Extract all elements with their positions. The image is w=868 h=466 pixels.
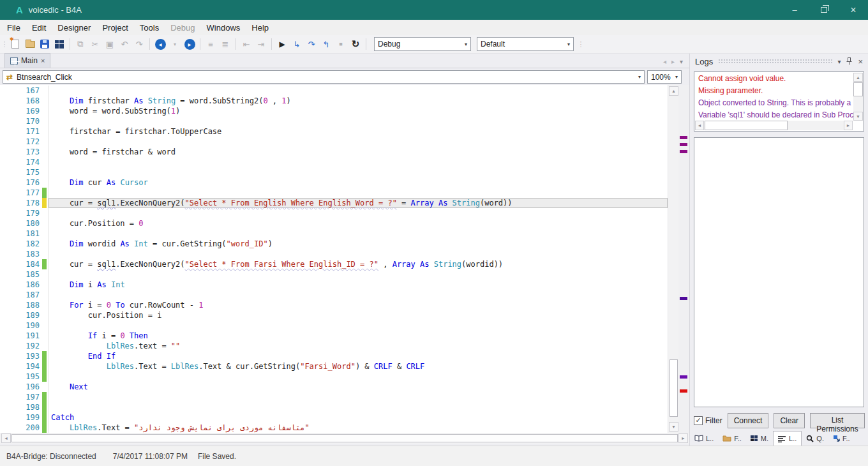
scroll-right-icon[interactable]: ► [678,433,688,443]
clear-button[interactable]: Clear [774,413,805,428]
restore-button[interactable] [809,0,839,20]
tab-close-icon[interactable]: × [41,57,45,64]
scrollbar-thumb[interactable] [11,434,678,442]
code-text[interactable]: cur.Position = 0 [48,218,668,229]
connect-button[interactable]: Connect [728,413,769,428]
bottom-tab-f[interactable]: F.. [718,431,746,446]
scroll-left-icon[interactable]: ◄ [695,121,704,130]
tab-main[interactable]: Main × [4,53,50,68]
warnings-horizontal-scrollbar[interactable]: ◄ ► [695,121,853,130]
build-config-select[interactable]: Default ▾ [477,37,574,51]
zoom-select[interactable]: 100% ▾ [647,70,682,84]
build-mode-select[interactable]: Debug ▾ [374,37,471,51]
step-over-button[interactable]: ↷ [305,38,318,50]
code-text[interactable] [48,402,668,412]
code-text[interactable] [48,249,668,259]
code-text[interactable]: cur.Position = i [48,310,668,320]
code-text[interactable] [48,157,668,167]
code-text[interactable]: Dim firstchar As String = word.SubString… [48,96,668,106]
cut-button[interactable]: ✂ [89,38,101,50]
bottom-tab-q[interactable]: Q. [802,431,828,446]
stop-button[interactable]: ■ [334,38,347,50]
tab-nav-left-icon[interactable]: ◂ [663,58,666,65]
minimize-button[interactable]: – [780,0,809,20]
navigate-forward-button[interactable]: ▸ [183,38,196,50]
code-text[interactable] [48,269,668,280]
code-text[interactable]: For i = 0 To cur.RowCount - 1 [48,300,668,310]
code-text[interactable]: Dim i As Int [48,280,668,290]
code-text[interactable] [48,372,668,382]
code-text[interactable]: Catch [48,412,668,423]
code-text[interactable]: word = firstchar & word [48,147,668,157]
tab-nav-right-icon[interactable]: ▸ [671,58,675,65]
new-file-button[interactable] [9,38,22,50]
panel-drag-grip[interactable] [718,59,832,64]
warnings-list[interactable]: Cannot assign void value.Missing paramet… [694,71,864,132]
warnings-vertical-scrollbar[interactable]: ▲ ▼ [853,73,863,121]
code-text[interactable] [48,229,668,239]
code-text[interactable]: Dim cur As Cursor [48,177,668,188]
list-permissions-button[interactable]: List Permissions [810,413,865,428]
format-list-button[interactable]: ≡ [204,38,217,50]
annotation-mark[interactable] [680,143,687,146]
filter-checkbox[interactable]: ✓ [694,416,703,425]
code-text[interactable]: LblRes.text = "" [48,341,668,351]
scroll-left-icon[interactable]: ◄ [1,433,11,443]
log-entry[interactable]: Variable 'sql1' should be declared in Su… [694,109,864,121]
code-text[interactable] [48,320,668,331]
panel-menu-icon[interactable]: ▾ [837,58,841,65]
editor-horizontal-scrollbar[interactable]: ◄ ► [0,433,689,444]
menu-project[interactable]: Project [96,21,133,34]
scroll-down-icon[interactable]: ▼ [669,422,678,432]
code-text[interactable]: cur = sql1.ExecNonQuery2("Select * From … [48,259,668,269]
filter-checkbox-wrap[interactable]: ✓ Filter [694,416,722,425]
code-text[interactable] [48,167,668,177]
menu-edit[interactable]: Edit [26,21,52,34]
menu-help[interactable]: Help [246,21,274,34]
outdent-button[interactable]: ⇤ [240,38,253,50]
undo-button[interactable]: ↶ [118,38,131,50]
code-text[interactable] [48,137,668,147]
package-button[interactable] [53,38,66,50]
bottom-tab-l[interactable]: L.. [773,431,802,446]
bottom-tab-m[interactable]: M. [746,431,773,446]
scrollbar-thumb[interactable] [853,82,863,96]
navigate-back-button[interactable]: ◂ [154,38,167,50]
menu-debug[interactable]: Debug [165,21,200,34]
scrollbar-thumb[interactable] [670,359,678,417]
scroll-right-icon[interactable]: ► [844,121,853,130]
comment-button[interactable]: ≣ [219,38,232,50]
logs-header[interactable]: Logs ▾ × [690,54,868,69]
code-text[interactable] [48,392,668,402]
menu-tools[interactable]: Tools [134,21,165,34]
log-entry[interactable]: Cannot assign void value. [694,73,864,85]
copy-button[interactable]: ⧉ [74,38,87,50]
code-text[interactable]: End If [48,351,668,361]
code-text[interactable]: LblRes.Text = "متاسفانه موردی برای نمایش… [48,423,668,433]
code-text[interactable]: firstchar = firstchar.ToUpperCase [48,126,668,137]
open-project-button[interactable] [24,38,36,50]
annotation-mark[interactable] [680,150,687,153]
bottom-tab-f[interactable]: F.. [828,431,855,446]
step-out-button[interactable]: ↰ [320,38,333,50]
bottom-tab-l[interactable]: L.. [690,431,718,446]
annotation-mark[interactable] [680,389,687,393]
code-text[interactable]: If i = 0 Then [48,331,668,341]
save-button[interactable] [38,38,51,50]
scroll-up-icon[interactable]: ▲ [669,86,678,96]
scroll-down-icon[interactable]: ▼ [853,112,863,121]
indent-button[interactable]: ⇥ [255,38,267,50]
menu-file[interactable]: File [1,21,26,34]
back-history-dropdown[interactable]: ▾ [168,38,181,50]
toolbar-overflow-icon[interactable]: ⋮ [578,38,583,50]
menu-windows[interactable]: Windows [201,21,246,34]
scroll-up-icon[interactable]: ▲ [853,73,863,82]
step-into-button[interactable]: ↳ [290,38,303,50]
restart-button[interactable]: ↻ [349,38,362,50]
code-text[interactable] [48,208,668,218]
menu-designer[interactable]: Designer [52,21,96,34]
scrollbar-thumb[interactable] [705,121,788,130]
code-text[interactable] [48,188,668,198]
tab-nav-menu-icon[interactable]: ▾ [680,58,683,65]
log-entry[interactable]: Object converted to String. This is prob… [694,97,864,109]
